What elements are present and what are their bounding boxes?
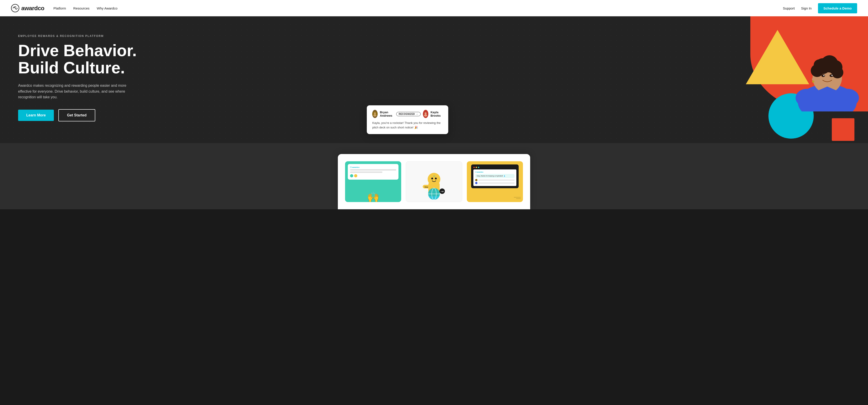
svg-point-13 <box>822 74 825 77</box>
svg-point-24 <box>424 114 427 116</box>
woman-image <box>777 16 868 111</box>
svg-point-23 <box>425 112 427 114</box>
nav-sign-in[interactable]: Sign In <box>801 6 812 10</box>
hero-title-line1: Drive Behavior. <box>18 41 137 60</box>
preview-card-3: ⬡ awardco Gary, thanks for keeping us hy… <box>467 161 523 202</box>
svg-point-17 <box>836 89 859 107</box>
sender-avatar-icon <box>372 110 378 118</box>
hero-content: EMPLOYEE REWARDS & RECOGNITION PLATFORM … <box>18 30 137 121</box>
card2-character: Gary +30 ⬡ <box>418 165 450 202</box>
preview-card-1: ⬡ awardco 🙌 <box>345 161 401 202</box>
nav-platform[interactable]: Platform <box>53 6 66 10</box>
nav-resources[interactable]: Resources <box>73 6 90 10</box>
card3-screen: ⬡ awardco Gary, thanks for keeping us hy… <box>471 165 519 188</box>
card1-dot2 <box>354 174 357 177</box>
recipient-avatar-icon <box>423 110 428 118</box>
card1-tablet: ⬡ awardco <box>348 164 399 180</box>
svg-point-15 <box>824 75 825 76</box>
recognition-header: Bryan Andrews RECOGNIZED Kayla Brooks <box>372 110 443 118</box>
recognition-message: Kayla, you're a rockstar! Thank you for … <box>372 121 443 129</box>
sender-avatar <box>372 110 378 118</box>
navbar-left: awardco Platform Resources Why Awardco <box>11 4 118 12</box>
hero-eyebrow: EMPLOYEE REWARDS & RECOGNITION PLATFORM <box>18 34 137 38</box>
hero-section: EMPLOYEE REWARDS & RECOGNITION PLATFORM … <box>0 16 868 143</box>
recognition-card: Bryan Andrews RECOGNIZED Kayla Brooks Ka… <box>367 105 448 134</box>
bottom-section: ⬡ awardco 🙌 <box>0 143 868 209</box>
svg-point-28 <box>435 178 437 179</box>
card1-dot1 <box>350 174 353 177</box>
card3-dot-green <box>478 167 479 168</box>
card3-dots <box>473 167 517 168</box>
hero-title: Drive Behavior. Build Culture. <box>18 42 137 76</box>
card3-row2 <box>475 182 515 184</box>
svg-point-20 <box>374 112 376 114</box>
card1-bar1 <box>350 169 396 171</box>
svg-point-11 <box>812 78 815 81</box>
awardco-logo-icon <box>11 4 20 12</box>
nav-support[interactable]: Support <box>783 6 795 10</box>
card3-dot-red <box>473 167 475 168</box>
nav-links: Platform Resources Why Awardco <box>53 6 118 10</box>
red-square <box>832 118 855 141</box>
svg-text:Gary: Gary <box>425 186 428 188</box>
preview-card-2: Gary +30 ⬡ <box>406 161 462 202</box>
hero-description: Awardco makes recognizing and rewarding … <box>18 83 127 100</box>
svg-text:+30: +30 <box>440 191 444 193</box>
logo[interactable]: awardco <box>11 4 44 12</box>
card1-inner: ⬡ awardco <box>348 164 399 180</box>
woman-svg <box>782 16 868 111</box>
card1-circles <box>350 174 396 177</box>
hero-buttons: Learn More Get Started <box>18 109 137 121</box>
cards-container: ⬡ awardco 🙌 <box>338 154 530 209</box>
card3-bar1 <box>478 180 515 180</box>
recipient-avatar <box>423 110 428 118</box>
card3-logo: ⬡ awardco <box>475 171 515 173</box>
svg-point-10 <box>814 59 825 71</box>
svg-point-26 <box>428 173 440 185</box>
get-started-button[interactable]: Get Started <box>58 109 95 121</box>
card1-bar2 <box>350 171 382 173</box>
card1-hands-emoji: 🙌 <box>367 192 379 202</box>
sender-name: Bryan Andrews <box>380 111 394 117</box>
svg-point-8 <box>832 66 843 78</box>
recipient-name: Kayla Brooks <box>431 111 443 117</box>
card3-deco2 <box>516 198 521 199</box>
svg-point-14 <box>830 74 833 77</box>
card1-logo: ⬡ awardco <box>350 166 396 168</box>
card3-screen-content: ⬡ awardco Gary, thanks for keeping us hy… <box>473 169 517 186</box>
logo-text: awardco <box>21 5 44 12</box>
svg-point-16 <box>832 75 833 76</box>
navbar: awardco Platform Resources Why Awardco S… <box>0 0 868 16</box>
svg-point-27 <box>431 178 433 179</box>
svg-point-18 <box>796 89 818 107</box>
card3-dot-yellow <box>476 167 477 168</box>
card3-row1 <box>475 179 515 181</box>
card3-avatar2 <box>475 182 477 184</box>
svg-text:⬡: ⬡ <box>433 175 435 177</box>
card3-bar2 <box>478 182 515 183</box>
card3-avatar1 <box>475 179 477 181</box>
card3-message1: Gary, thanks for keeping us hydrated! 💧 <box>475 174 515 178</box>
schedule-demo-button[interactable]: Schedule a Demo <box>818 3 857 13</box>
card3-deco1 <box>514 197 521 198</box>
svg-point-12 <box>812 80 814 83</box>
recognized-badge: RECOGNIZED <box>396 112 421 116</box>
navbar-right: Support Sign In Schedule a Demo <box>783 3 857 13</box>
hero-title-line2: Build Culture. <box>18 59 125 77</box>
learn-more-button[interactable]: Learn More <box>18 110 54 121</box>
nav-why-awardco[interactable]: Why Awardco <box>97 6 118 10</box>
hero-visual-area: Bryan Andrews RECOGNIZED Kayla Brooks Ka… <box>365 16 868 143</box>
svg-point-21 <box>373 114 376 116</box>
